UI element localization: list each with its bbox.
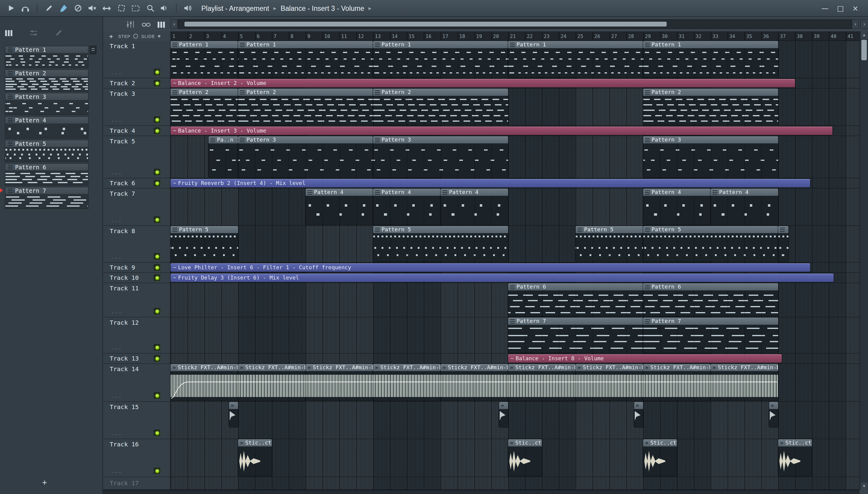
track-row-11[interactable]: Pattern 6Pattern 6 [171,283,860,318]
mute-light-track-7[interactable] [154,216,160,223]
track-row-10[interactable]: ~Fruity Delay 3 (Insert 6) - Mix level [171,273,860,283]
mute-light-track-4[interactable] [154,128,160,134]
vertical-scrollbar-thumb[interactable] [861,40,867,60]
pattern-clip-pattern-4-1[interactable]: Pattern 4 [373,189,441,225]
delete-tool-icon[interactable] [72,3,84,14]
pattern-clip-pattern-2-0[interactable]: Pattern 2 [171,89,238,125]
track-header-6[interactable]: Track 6 [103,178,170,189]
track-header-14[interactable]: Track 14··· [103,364,170,402]
pattern-clip-pattern-5-1[interactable]: Pattern 5 [373,226,508,262]
track-header-8[interactable]: Track 8··· [103,226,170,263]
mute-light-track-6[interactable] [154,180,160,187]
track-row-4[interactable]: ~Balance - Insert 3 - Volume [171,126,860,136]
track-row-14[interactable]: »Stickz FXT..A#min-b13»Stickz FXT..A#min… [171,364,860,402]
pencil-tool-icon[interactable] [43,3,55,14]
bottom-scroll-strip[interactable] [103,490,860,494]
timeline-ruler[interactable]: 1234567891011121314151617181920212223242… [171,31,860,41]
step-toggle[interactable] [133,34,138,39]
mute-light-track-2[interactable] [154,80,160,87]
track-row-8[interactable]: Pattern 5Pattern 5Pattern 5Pattern 5 [171,226,860,263]
track-header-9[interactable]: Track 9 [103,263,170,273]
track-header-3[interactable]: Track 3··· [103,89,170,126]
automation-clip-fruity-reeverb-2-insert-4-mix-level[interactable]: ~Fruity Reeverb 2 (Insert 4) - Mix level [171,179,810,187]
pattern-clip-pattern-1-2[interactable]: Pattern 1 [373,41,508,77]
track-row-7[interactable]: Pattern 4Pattern 4Pattern 4Pattern 4Patt… [171,189,860,226]
pattern-clip-pattern-4-4[interactable]: Pattern 4 [711,189,778,225]
pattern-clip-pattern-5-0[interactable]: Pattern 5 [171,226,238,262]
audio-clip-stickz-fxt-a-min-b13-1[interactable]: »Stickz FXT..A#min-b13 [238,364,306,401]
automation-clip-balance-insert-3-volume[interactable]: ~Balance - Insert 3 - Volume [171,127,832,135]
audio-clip-fragment-2[interactable]: » [634,402,643,427]
zoom-to-fit-icon[interactable] [115,3,127,14]
mute-light-track-8[interactable] [154,253,160,260]
pattern-item-1[interactable]: Pattern 1 [5,46,89,68]
audio-clip-stic-ct-02-3[interactable]: »Stic..ct 02 [778,439,812,476]
audio-clip-fragment-0[interactable]: » [229,402,238,427]
track-row-16[interactable]: »Stic..ct 02»Stic..ct 02»Stic..ct 02»Sti… [171,439,860,477]
track-header-2[interactable]: Track 2 [103,78,170,89]
pattern-clip-pattern-7-0[interactable]: Pattern 7 [508,318,643,353]
track-row-5[interactable]: Pa..n 3Pattern 3Pattern 3Pattern 3 [171,136,860,178]
pattern-item-7[interactable]: Pattern 7 [5,187,89,209]
mute-light-track-13[interactable] [154,355,160,362]
pattern-clip-pattern-4-2[interactable]: Pattern 4 [441,189,508,225]
play-icon[interactable] [5,3,17,14]
audio-clip-stickz-fxt-a-min-b13-0[interactable]: »Stickz FXT..A#min-b13 [171,364,238,401]
pattern-clip-pattern-6-0[interactable]: Pattern 6 [508,283,643,316]
mute-light-track-15[interactable] [154,430,160,436]
pattern-clip-pattern-4-0[interactable]: Pattern 4 [306,189,373,225]
pattern-clip-fragment-4[interactable] [778,226,789,262]
pattern-clip-pattern-2-3[interactable]: Pattern 2 [643,89,778,125]
automation-clip-fruity-delay-3-insert-6-mix-level[interactable]: ~Fruity Delay 3 (Insert 6) - Mix level [171,273,834,282]
pattern-clip-pattern-3-2[interactable]: Pattern 3 [373,136,508,177]
pattern-clip-pattern-1-1[interactable]: Pattern 1 [238,41,373,77]
track-row-15[interactable]: »»»» [171,402,860,439]
pattern-clip-pattern-6-1[interactable]: Pattern 6 [643,283,778,316]
pattern-item-6[interactable]: Pattern 6 [5,163,89,186]
picker-filter-icon[interactable] [30,27,38,39]
track-header-1[interactable]: Track 1··· [103,41,170,78]
track-row-12[interactable]: Pattern 7Pattern 7 [171,318,860,354]
audio-clip-stic-ct-02-1[interactable]: »Stic..ct 02 [508,439,542,476]
track-header-4[interactable]: Track 4 [103,126,170,136]
pattern-clip-pattern-7-1[interactable]: Pattern 7 [643,318,778,353]
breadcrumb-playlist[interactable]: Playlist - Arrangement [201,4,269,12]
breadcrumb-selection[interactable]: Balance - Insert 3 - Volume [281,4,364,12]
scroll-down-button[interactable]: ▾ [861,482,867,490]
track-header-11[interactable]: Track 11··· [103,283,170,318]
pattern-item-5[interactable]: Pattern 5 [5,140,89,162]
pattern-item-2[interactable]: Pattern 2 [5,69,89,92]
slip-tool-icon[interactable] [101,3,113,14]
audio-clip-stickz-fxt-a-min-b13-5[interactable]: »Stickz FXT..A#min-b13 [508,364,576,401]
track-row-1[interactable]: Pattern 1Pattern 1Pattern 1Pattern 1Patt… [171,41,860,78]
marquee-select-icon[interactable] [130,3,142,14]
headphones-icon[interactable] [19,3,31,14]
track-header-12[interactable]: Track 12··· [103,318,170,354]
vertical-scrollbar[interactable]: ▴ ▾ [860,31,868,490]
picker-edit-icon[interactable] [55,27,63,39]
mute-light-track-16[interactable] [154,468,160,474]
horizontal-scrollbar[interactable] [178,19,852,29]
pattern-clip-pa-n-3-0[interactable]: Pa..n 3 [208,136,238,177]
link-icon[interactable] [142,19,151,31]
automation-clip-balance-insert-2-volume[interactable]: ~Balance - Insert 2 - Volume [171,79,795,87]
pattern-clip-pattern-4-3[interactable]: Pattern 4 [643,189,711,225]
pattern-clip-pattern-5-3[interactable]: Pattern 5 [643,226,778,262]
scroll-left-button[interactable]: ‹ [171,19,178,29]
mute-light-track-1[interactable] [154,69,160,75]
mute-light-track-11[interactable] [154,308,160,315]
audio-clip-fragment-1[interactable]: » [499,402,508,427]
scroll-right-button[interactable]: › [852,19,859,29]
playlist-add-button[interactable]: + [109,33,113,39]
audio-clip-stickz-fxt-a-min-b13-3[interactable]: »Stickz FXT..A#min-b13 [373,364,441,401]
close-button[interactable]: × [852,4,858,12]
track-header-15[interactable]: Track 15··· [103,402,170,439]
pattern-clip-pattern-1-4[interactable]: Pattern 1 [643,41,778,77]
track-row-3[interactable]: Pattern 2Pattern 2Pattern 2Pattern 2 [171,89,860,126]
track-header-17[interactable]: Track 17 [103,477,170,490]
pattern-clip-pattern-3-3[interactable]: Pattern 3 [643,136,778,177]
track-header-7[interactable]: Track 7··· [103,189,170,226]
minimize-button[interactable]: — [821,4,829,12]
mute-light-track-10[interactable] [154,274,160,281]
slide-toggle[interactable] [158,35,160,37]
